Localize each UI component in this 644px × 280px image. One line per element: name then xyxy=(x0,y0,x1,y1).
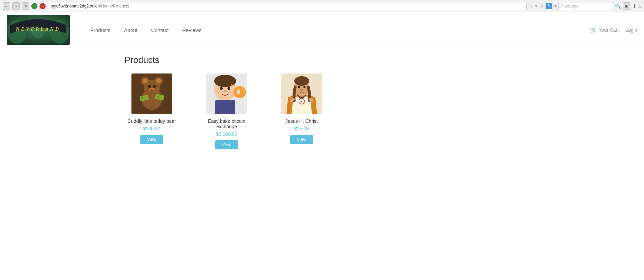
download-icon[interactable]: ⬇ xyxy=(632,3,637,9)
header-actions: 🛒 Your Cart Login xyxy=(590,27,637,33)
svg-point-23 xyxy=(220,87,223,90)
svg-point-12 xyxy=(148,85,151,88)
view-button-2[interactable]: View xyxy=(215,140,238,149)
refresh-button[interactable]: ↻ xyxy=(22,2,29,10)
nav-reviews[interactable]: Reviews xyxy=(182,27,202,33)
back-button[interactable]: ← xyxy=(3,2,10,10)
address-bar[interactable]: ogw5ov2nonmb2dg2.onion/Home/Products xyxy=(48,2,527,10)
url-path: /Home/Products xyxy=(100,4,129,9)
svg-point-10 xyxy=(143,79,147,83)
svg-text:MT: MT xyxy=(231,84,235,87)
svg-text:$: $ xyxy=(157,96,159,99)
cart-label: Your Cart xyxy=(599,27,619,33)
product-price-1: $300.00 xyxy=(143,126,160,131)
product-image-2: ₿ MT xyxy=(206,73,247,114)
svg-point-36 xyxy=(300,89,303,91)
url-domain: ogw5ov2nonmb2dg2.onion xyxy=(51,4,100,9)
search-bar-text: Startpage xyxy=(561,4,579,9)
svg-text:$: $ xyxy=(141,97,143,100)
magnifier-icon[interactable]: 🔍 xyxy=(615,3,621,9)
main-nav: Products About Contact Reviews xyxy=(90,27,590,33)
product-image-3: ♥ xyxy=(281,73,322,114)
site-logo[interactable]: NEVERLAND xyxy=(7,15,70,45)
product-card-1: $ $ Cuddly little teddy bear $300.00 Vie… xyxy=(125,73,179,144)
browser-chrome: ← → ↻ 🌿 S ogw5ov2nonmb2dg2.onion/Home/Pr… xyxy=(0,0,644,12)
svg-point-35 xyxy=(303,86,305,88)
product-card-2: ₿ MT Easy bake bitcoin exchange $3,000.0… xyxy=(200,73,254,149)
product-name-2: Easy bake bitcoin exchange xyxy=(200,118,254,129)
cart-icon: 🛒 xyxy=(590,27,597,33)
product-card-3: ♥ Jesus H. Christ $25.00 View xyxy=(274,73,329,144)
reload-icon[interactable]: ↺ xyxy=(539,3,544,9)
search-bar[interactable]: Startpage xyxy=(559,2,613,10)
svg-text:NEVERLAND: NEVERLAND xyxy=(16,27,61,32)
main-content: Products xyxy=(118,48,527,156)
product-name-3: Jesus H. Christ xyxy=(285,118,318,124)
rss-icon[interactable]: ▾ xyxy=(535,3,537,9)
svg-text:♥: ♥ xyxy=(300,100,302,103)
login-link[interactable]: Login xyxy=(626,27,637,33)
product-price-3: $25.00 xyxy=(294,126,309,131)
search-engine-label: ▾ xyxy=(554,4,556,8)
product-image-1: $ $ xyxy=(131,73,172,114)
home-icon[interactable]: ⌂ xyxy=(639,3,641,9)
svg-rect-26 xyxy=(215,100,235,114)
svg-point-34 xyxy=(298,86,300,88)
cart-link[interactable]: 🛒 Your Cart xyxy=(590,27,619,33)
nav-about[interactable]: About xyxy=(124,27,137,33)
svg-point-15 xyxy=(150,89,154,92)
svg-point-11 xyxy=(156,79,161,83)
extensions-button[interactable]: ▣ xyxy=(623,2,630,10)
nav-contact[interactable]: Contact xyxy=(151,27,169,33)
site-favicon: 🌿 xyxy=(31,3,37,9)
svg-point-33 xyxy=(294,76,309,86)
bookmark-star[interactable]: ☆ xyxy=(529,3,533,9)
product-price-2: $3,000.00 xyxy=(216,131,237,137)
view-button-1[interactable]: View xyxy=(140,135,163,144)
product-name-1: Cuddly little teddy bear xyxy=(127,118,176,124)
svg-point-24 xyxy=(227,87,230,90)
addon-favicon: S xyxy=(40,3,46,9)
products-grid: $ $ Cuddly little teddy bear $300.00 Vie… xyxy=(125,73,520,149)
page-title: Products xyxy=(125,55,520,65)
svg-text:₿: ₿ xyxy=(237,89,240,96)
search-engine-icon: S xyxy=(546,3,552,9)
svg-point-13 xyxy=(153,85,156,88)
nav-products[interactable]: Products xyxy=(90,27,110,33)
forward-button[interactable]: → xyxy=(12,2,20,10)
view-button-3[interactable]: View xyxy=(290,135,313,144)
site-header: NEVERLAND Products About Contact Reviews… xyxy=(0,12,644,48)
svg-point-25 xyxy=(224,90,226,92)
